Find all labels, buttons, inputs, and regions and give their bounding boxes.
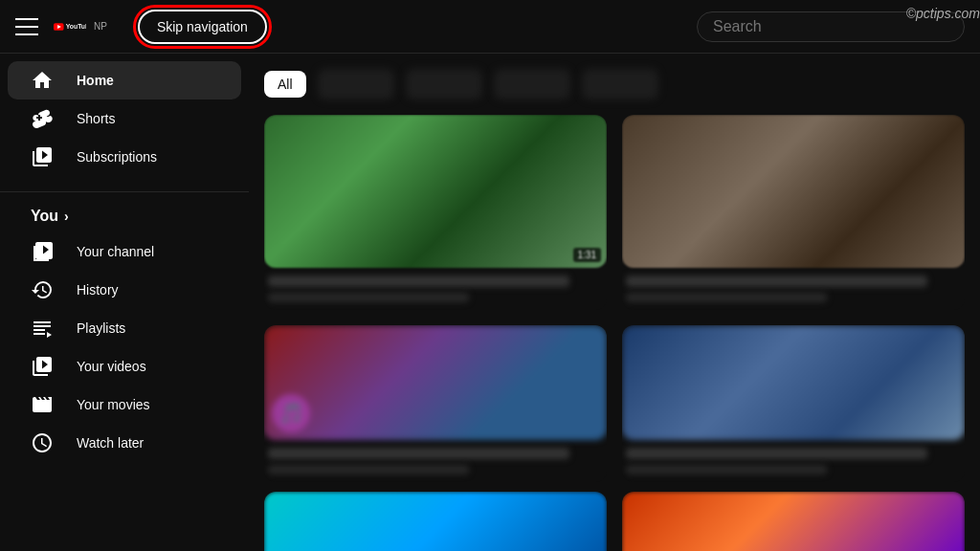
sidebar-item-your-videos-label: Your videos bbox=[77, 359, 146, 374]
video-card-3[interactable]: 🎵 bbox=[264, 325, 607, 482]
video-info-3 bbox=[264, 440, 607, 482]
chip-blurred-1[interactable] bbox=[318, 69, 394, 99]
chip-blurred-4[interactable] bbox=[582, 69, 658, 99]
main-content: All 1:31 bbox=[249, 54, 980, 551]
sidebar-item-playlists-label: Playlists bbox=[77, 320, 125, 336]
sidebar-item-your-movies[interactable]: Your movies bbox=[8, 386, 241, 424]
sidebar-item-your-channel[interactable]: Your channel bbox=[8, 232, 241, 271]
sidebar-item-watch-later[interactable]: Watch later bbox=[8, 424, 241, 462]
video-card-2[interactable] bbox=[622, 115, 965, 310]
sidebar: Home Shorts Subscriptions You › bbox=[0, 54, 249, 551]
sidebar-item-history-label: History bbox=[77, 282, 119, 298]
video-card-5[interactable] bbox=[264, 492, 607, 551]
chevron-right-icon: › bbox=[64, 209, 69, 224]
video-title-2 bbox=[626, 276, 927, 287]
video-thumbnail-2 bbox=[622, 115, 965, 268]
sidebar-item-your-videos[interactable]: Your videos bbox=[8, 347, 241, 386]
video-thumbnail-4 bbox=[622, 325, 965, 440]
sidebar-item-subscriptions-label: Subscriptions bbox=[77, 149, 157, 165]
channel-avatar-3: 🎵 bbox=[272, 394, 310, 432]
video-grid-row-3 bbox=[264, 492, 965, 551]
video-title-1 bbox=[268, 276, 569, 287]
you-section-label: You bbox=[31, 208, 58, 225]
sidebar-item-your-movies-label: Your movies bbox=[77, 397, 150, 412]
sidebar-item-home[interactable]: Home bbox=[8, 61, 241, 99]
skip-navigation-button[interactable]: Skip navigation bbox=[138, 10, 267, 44]
history-icon bbox=[31, 278, 54, 301]
sidebar-item-your-channel-label: Your channel bbox=[77, 244, 154, 259]
watch-later-icon bbox=[31, 431, 54, 454]
hamburger-icon[interactable] bbox=[15, 15, 38, 38]
video-meta-3 bbox=[268, 465, 469, 474]
video-card-6[interactable] bbox=[622, 492, 965, 551]
video-meta-2 bbox=[626, 293, 827, 302]
logo-area[interactable]: YouTube NP bbox=[54, 15, 107, 38]
video-title-4 bbox=[626, 448, 927, 459]
subscriptions-icon bbox=[31, 145, 54, 168]
video-info-2 bbox=[622, 268, 965, 310]
video-meta-4 bbox=[626, 465, 827, 474]
you-section-header[interactable]: You › bbox=[8, 200, 241, 232]
sidebar-item-subscriptions[interactable]: Subscriptions bbox=[8, 138, 241, 176]
channel-icon bbox=[31, 240, 54, 263]
chip-all[interactable]: All bbox=[264, 71, 306, 98]
video-thumbnail-3: 🎵 bbox=[264, 325, 607, 440]
video-thumbnail-5 bbox=[264, 492, 607, 551]
video-card-1[interactable]: 1:31 bbox=[264, 115, 607, 310]
video-info-4 bbox=[622, 440, 965, 482]
sidebar-item-playlists[interactable]: Playlists bbox=[8, 309, 241, 347]
header-right bbox=[697, 11, 965, 42]
sidebar-item-shorts[interactable]: Shorts bbox=[8, 99, 241, 138]
your-movies-icon bbox=[31, 393, 54, 416]
video-grid-row-1: 1:31 bbox=[264, 115, 965, 310]
home-icon bbox=[31, 69, 54, 92]
shorts-icon bbox=[31, 107, 54, 130]
sidebar-item-shorts-label: Shorts bbox=[77, 111, 115, 126]
video-title-3 bbox=[268, 448, 569, 459]
search-bar[interactable] bbox=[697, 11, 965, 42]
sidebar-item-home-label: Home bbox=[77, 73, 114, 88]
search-input[interactable] bbox=[713, 18, 948, 35]
youtube-logo-icon: YouTube bbox=[54, 15, 86, 38]
header: YouTube NP Skip navigation ©pctips.com bbox=[0, 0, 980, 54]
svg-text:YouTube: YouTube bbox=[66, 23, 86, 30]
video-thumbnail-1: 1:31 bbox=[264, 115, 607, 268]
header-left: YouTube NP Skip navigation bbox=[15, 10, 267, 44]
playlists-icon bbox=[31, 317, 54, 340]
sidebar-item-watch-later-label: Watch later bbox=[77, 435, 144, 451]
video-info-1 bbox=[264, 268, 607, 310]
chip-blurred-3[interactable] bbox=[494, 69, 570, 99]
video-grid-row-2: 🎵 bbox=[264, 325, 965, 482]
video-meta-1 bbox=[268, 293, 469, 302]
duration-badge-1: 1:31 bbox=[573, 248, 601, 262]
video-card-4[interactable] bbox=[622, 325, 965, 482]
filter-chips: All bbox=[264, 69, 965, 99]
sidebar-item-history[interactable]: History bbox=[8, 271, 241, 309]
sidebar-divider-1 bbox=[0, 191, 249, 192]
sidebar-main-section: Home Shorts Subscriptions bbox=[0, 61, 249, 184]
logo-np-label: NP bbox=[94, 21, 107, 32]
chip-blurred-2[interactable] bbox=[406, 69, 482, 99]
your-videos-icon bbox=[31, 355, 54, 378]
video-thumbnail-6 bbox=[622, 492, 965, 551]
